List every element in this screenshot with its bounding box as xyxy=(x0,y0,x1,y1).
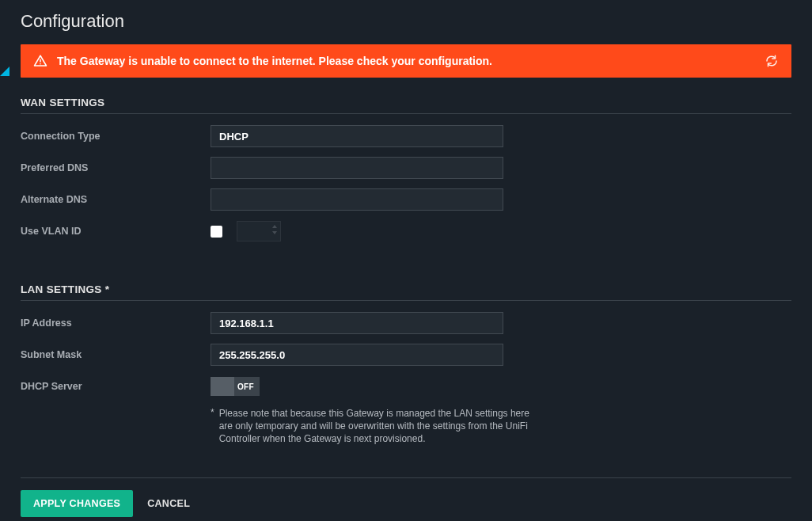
alternate-dns-label: Alternate DNS xyxy=(21,194,211,205)
refresh-icon[interactable] xyxy=(765,54,779,68)
dhcp-server-label: DHCP Server xyxy=(21,381,211,392)
subnet-mask-label: Subnet Mask xyxy=(21,349,211,360)
preferred-dns-input[interactable] xyxy=(211,157,503,179)
stepper-icon xyxy=(271,224,278,238)
lan-note: Please note that because this Gateway is… xyxy=(219,407,536,446)
toggle-state-label: OFF xyxy=(237,382,254,391)
preferred-dns-label: Preferred DNS xyxy=(21,162,211,173)
alert-banner: The Gateway is unable to connect to the … xyxy=(21,44,791,78)
active-page-indicator xyxy=(0,67,9,76)
alternate-dns-input[interactable] xyxy=(211,188,503,211)
svg-point-1 xyxy=(40,63,41,65)
ip-address-input[interactable] xyxy=(211,312,503,334)
ip-address-label: IP Address xyxy=(21,318,211,329)
warning-icon xyxy=(33,54,47,68)
dhcp-server-toggle[interactable]: OFF xyxy=(211,377,260,396)
use-vlan-checkbox[interactable] xyxy=(211,226,222,238)
note-marker: * xyxy=(211,407,214,446)
use-vlan-label: Use VLAN ID xyxy=(21,226,211,237)
lan-section-heading: LAN SETTINGS * xyxy=(21,283,791,301)
subnet-mask-input[interactable] xyxy=(211,344,503,366)
alert-message: The Gateway is unable to connect to the … xyxy=(57,55,765,67)
page-title: Configuration xyxy=(21,11,791,32)
connection-type-label: Connection Type xyxy=(21,131,211,142)
apply-changes-button[interactable]: APPLY CHANGES xyxy=(21,490,133,517)
connection-type-input[interactable] xyxy=(211,125,503,147)
cancel-button[interactable]: CANCEL xyxy=(147,498,190,509)
wan-section-heading: WAN SETTINGS xyxy=(21,97,791,114)
toggle-knob xyxy=(211,377,234,396)
